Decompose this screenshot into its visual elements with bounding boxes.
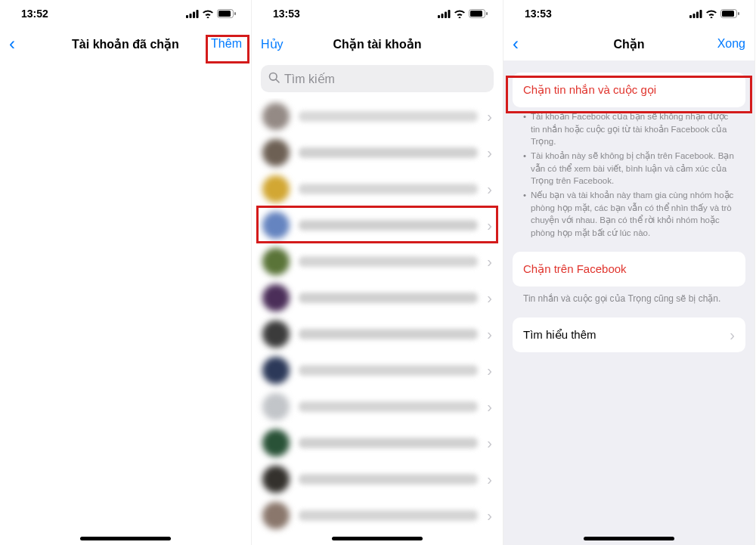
bullet-text: Tài khoản Facebook của bạn sẽ không nhận…: [523, 110, 735, 148]
fb-footnote: Tin nhắn và cuộc gọi của Trọng cũng sẽ b…: [503, 286, 754, 305]
contact-name: [299, 438, 478, 448]
list-item[interactable]: ›: [252, 316, 503, 352]
learn-more-button[interactable]: Tìm hiểu thêm ›: [523, 317, 735, 352]
battery-icon: [720, 9, 739, 18]
avatar: [262, 320, 290, 348]
contact-name: [299, 147, 478, 158]
info-bullets: Tài khoản Facebook của bạn sẽ không nhận…: [503, 107, 754, 240]
svg-rect-18: [696, 11, 699, 18]
list-item[interactable]: ›: [252, 425, 503, 461]
chevron-right-icon: ›: [487, 109, 492, 124]
block-messages-calls-button[interactable]: Chặn tin nhắn và cuộc gọi: [523, 73, 735, 107]
status-bar: 13:52: [0, 0, 251, 27]
chevron-right-icon: ›: [487, 327, 492, 342]
back-button[interactable]: ‹: [513, 35, 550, 53]
nav-bar: ‹ Chặn Xong: [503, 27, 754, 60]
avatar: [262, 139, 290, 166]
home-indicator: [80, 537, 171, 540]
chevron-right-icon: ›: [487, 290, 492, 305]
chevron-right-icon: ›: [487, 399, 492, 414]
list-item[interactable]: ›: [252, 389, 503, 425]
avatar: [262, 502, 290, 529]
list-item[interactable]: ›: [252, 497, 503, 534]
svg-rect-2: [193, 11, 195, 18]
section-learn-more: Tìm hiểu thêm ›: [513, 317, 745, 352]
svg-rect-16: [689, 15, 692, 18]
status-bar: 13:53: [503, 0, 754, 27]
back-button[interactable]: ‹: [9, 35, 47, 53]
svg-rect-17: [693, 14, 696, 18]
bullet-text: Nếu bạn và tài khoản này tham gia cùng n…: [523, 189, 735, 240]
contact-name: [299, 510, 478, 521]
chevron-right-icon: ›: [487, 508, 492, 523]
avatar: [262, 103, 290, 130]
svg-rect-8: [442, 14, 444, 18]
contact-name: [299, 293, 478, 303]
list-item[interactable]: ›: [252, 98, 503, 135]
battery-icon: [217, 9, 236, 18]
contact-name: [299, 401, 478, 412]
chevron-right-icon: ›: [487, 254, 492, 269]
search-input[interactable]: Tìm kiếm: [261, 65, 494, 92]
contact-name: [299, 184, 478, 194]
list-item[interactable]: ›: [252, 461, 503, 497]
chevron-right-icon: ›: [487, 145, 492, 160]
cancel-button[interactable]: Hủy: [261, 37, 299, 51]
nav-bar: ‹ Tài khoản đã chặn Thêm: [0, 27, 251, 60]
block-on-facebook-button[interactable]: Chặn trên Facebook: [523, 252, 735, 286]
svg-rect-21: [722, 11, 734, 17]
contacts-list: › › › › › › › › › › › ›: [252, 98, 503, 545]
svg-rect-7: [438, 15, 440, 18]
svg-line-15: [276, 79, 279, 82]
contact-name: [299, 474, 478, 485]
avatar: [262, 466, 290, 493]
avatar: [262, 357, 290, 384]
list-item[interactable]: ›: [252, 280, 503, 316]
svg-rect-12: [470, 11, 482, 17]
list-item[interactable]: ›: [252, 135, 503, 171]
svg-rect-9: [445, 11, 447, 18]
search-placeholder: Tìm kiếm: [284, 72, 335, 86]
chevron-left-icon: ‹: [9, 35, 15, 53]
svg-rect-10: [448, 10, 451, 18]
chevron-left-icon: ‹: [513, 35, 519, 53]
contact-name: [299, 111, 478, 122]
status-icons: [186, 9, 236, 18]
list-item[interactable]: ›: [252, 171, 503, 207]
avatar: [262, 284, 290, 311]
svg-rect-13: [486, 12, 488, 15]
chevron-right-icon: ›: [487, 435, 492, 451]
nav-bar: Hủy Chặn tài khoản: [252, 27, 503, 60]
avatar: [262, 393, 290, 420]
home-indicator: [584, 537, 674, 540]
chevron-right-icon: ›: [730, 327, 735, 342]
status-icons: [689, 9, 739, 18]
list-item[interactable]: ›: [252, 243, 503, 280]
svg-rect-6: [234, 12, 236, 15]
contact-name: [299, 220, 478, 231]
svg-rect-22: [738, 12, 739, 15]
svg-rect-3: [197, 10, 199, 18]
bullet-text: Tài khoản này sẽ không bị chặn trên Face…: [523, 150, 735, 187]
wifi-icon: [705, 10, 717, 18]
signal-icon: [438, 10, 451, 18]
add-button[interactable]: Thêm: [204, 37, 242, 51]
status-icons: [438, 9, 488, 18]
avatar: [262, 429, 290, 457]
svg-rect-0: [186, 15, 188, 18]
chevron-right-icon: ›: [487, 472, 492, 487]
done-button[interactable]: Xong: [708, 37, 745, 51]
contact-name: [299, 329, 478, 339]
battery-icon: [469, 9, 488, 18]
list-item[interactable]: ›: [252, 207, 503, 243]
chevron-right-icon: ›: [487, 218, 492, 233]
home-indicator: [332, 537, 423, 540]
svg-rect-1: [190, 14, 192, 18]
chevron-right-icon: ›: [487, 181, 492, 197]
avatar: [262, 212, 290, 239]
wifi-icon: [202, 10, 214, 18]
contact-name: [299, 256, 478, 267]
list-item[interactable]: ›: [252, 352, 503, 389]
svg-rect-5: [218, 11, 231, 17]
search-icon: [268, 72, 280, 86]
